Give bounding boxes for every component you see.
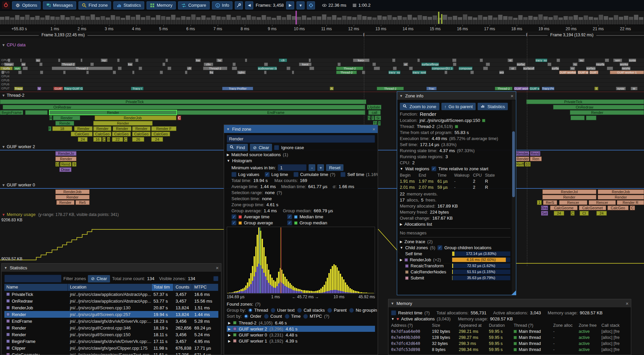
cpu-zone[interactable]: surfac (517, 62, 526, 66)
cpu-zone[interactable]: Thread-2 (336, 71, 357, 74)
collapse-icon[interactable]: ▼ (400, 246, 403, 250)
compare-button[interactable]: Compare (178, 1, 209, 9)
cpu-zone[interactable] (309, 66, 314, 70)
frame-bar[interactable]: Frame 3,193 (22.45 ms) Frame 3,194 (13.9… (0, 32, 644, 38)
cpu-zone[interactable]: Thread-2 (495, 87, 513, 90)
cpu-zone[interactable]: fnd (209, 71, 214, 74)
cpu-zone[interactable]: tracy_systrace (535, 58, 547, 62)
zone[interactable]: Render (542, 195, 596, 199)
cpu-zone[interactable] (556, 58, 560, 62)
radio-button[interactable] (244, 314, 249, 319)
zone[interactable]: 16 (93, 137, 102, 142)
cpu-zone[interactable] (453, 62, 457, 66)
allocation-row[interactable]: 0x7e049b3d00128 bytes298.27 ms59.95 sMai… (391, 335, 628, 341)
allocation-row[interactable]: 0x7dfc53d8988 bytes298.34 ms59.95 sMain … (391, 347, 628, 353)
zone[interactable]: RenderJob (55, 189, 90, 194)
zone[interactable]: Render (56, 200, 74, 205)
table-row[interactable]: RenderJobjni/../jni/src/guif/Screen.cpp:… (4, 304, 218, 311)
filter-zones-input[interactable] (4, 275, 61, 282)
column-header[interactable]: Zone free (579, 323, 601, 328)
option-cumulate-time[interactable]: Cumulate time(?) (293, 172, 335, 177)
cpu-zone[interactable]: GUIF w (529, 87, 540, 90)
column-header[interactable]: Appeared at (459, 323, 489, 328)
zone[interactable]: R (49, 116, 53, 120)
zone[interactable]: 26 (132, 137, 144, 142)
cpu-zone[interactable] (63, 71, 66, 74)
cpu-zone[interactable]: isp (101, 58, 108, 62)
legend-item[interactable]: ✓Average time (231, 214, 285, 219)
thread2-header[interactable]: ▼Thread-2 (2, 93, 24, 98)
radio-button[interactable] (327, 308, 332, 313)
radio-button[interactable] (349, 308, 354, 313)
cpu-zone[interactable] (39, 62, 43, 66)
group-children-checkbox[interactable]: ✓ (437, 245, 442, 250)
column-header[interactable]: Location (68, 284, 151, 291)
cpu-zone[interactable] (264, 62, 268, 66)
wait-region-row[interactable]: 2.01 ms2.07 ms59 µs-2R (400, 184, 511, 190)
active-allocations-section[interactable]: Active allocations (401, 316, 435, 321)
radio-option[interactable]: Time (285, 314, 301, 319)
zone[interactable]: Render (132, 126, 151, 131)
cpu-zone[interactable] (22, 66, 28, 70)
wait-regions-label[interactable]: Wait regions (405, 166, 429, 171)
cpu-zone[interactable]: tracy_systrace (388, 71, 400, 74)
close-icon[interactable]: × (216, 265, 219, 270)
radio-option[interactable]: Order (244, 314, 261, 319)
zone[interactable]: C (124, 137, 128, 142)
cpu-zone[interactable] (483, 66, 488, 70)
cpu-zone[interactable] (86, 71, 89, 74)
zone[interactable] (570, 110, 644, 115)
find-button[interactable]: Find (227, 144, 248, 151)
zone-group-item[interactable]: ▶GUIF worker 0(3,231)4.48 s (227, 332, 375, 338)
cpu-zone[interactable]: sen (613, 58, 622, 62)
child-zone-row[interactable]: CalcRenderNodes51.51 µs (1.15%) (400, 269, 511, 274)
zone[interactable]: Render (598, 195, 644, 199)
cpu-zone[interactable]: V (37, 87, 41, 90)
allocations-list-label[interactable]: Allocations list (405, 222, 432, 227)
cpu-zone[interactable] (245, 58, 248, 62)
zone[interactable]: Render (53, 116, 80, 120)
cpu-zone[interactable]: Tracy GUIF GUIF worl (64, 87, 83, 90)
cpu-zone[interactable]: et (403, 62, 408, 66)
radio-option[interactable]: Call stacks (297, 308, 325, 313)
table-row[interactable]: Clipperjni/../jni/src/claw/gfx/geo/Clipp… (4, 345, 218, 351)
expand-icon[interactable]: ▶ (228, 333, 231, 337)
cpu-zone[interactable] (286, 66, 290, 70)
zone[interactable]: 24 (78, 137, 88, 142)
zone[interactable]: C (102, 137, 106, 142)
cpu-zone[interactable]: kwoc (353, 58, 370, 62)
child-zone-row[interactable]: ▶RenderJob(×2)4.16 ms (92.60%) (400, 257, 511, 262)
messages-button[interactable]: Messages (43, 1, 76, 9)
zone[interactable] (25, 110, 48, 115)
zone[interactable] (586, 116, 596, 120)
column-header[interactable]: Duration (489, 323, 514, 328)
collapse-icon[interactable]: ▼ (391, 317, 394, 321)
cpu-zone[interactable]: system_s (629, 58, 636, 62)
cpu-zone[interactable]: au (578, 58, 585, 62)
zone-group-item[interactable]: ▶GUIF worker 2(3,296)4.61 s (227, 326, 375, 332)
legend-item[interactable]: ✓Group average (231, 220, 285, 225)
cpu-zone[interactable]: surfacefin (586, 66, 596, 70)
cpu-zone[interactable]: Tracy Profiler (542, 87, 554, 90)
cpu-zone[interactable]: A (330, 87, 334, 90)
zone[interactable]: call (368, 110, 380, 115)
zone[interactable]: Render (516, 157, 529, 161)
cpu-zone[interactable]: Tracy Profiler (222, 87, 253, 90)
thread-value[interactable]: Thread-2 (417, 124, 435, 129)
collapse-icon[interactable]: ▼ (400, 167, 403, 171)
cpu-zone[interactable] (444, 71, 448, 74)
wait-region-row[interactable]: 1.91 ms1.97 ms61 µs-2R (400, 178, 511, 184)
cpu-zone[interactable]: composer@ (459, 66, 473, 70)
zone[interactable]: Rencer (559, 200, 587, 205)
zone[interactable]: Render (55, 195, 90, 199)
goto-frame-button[interactable] (307, 1, 315, 9)
time-relative-checkbox[interactable]: ✓ (431, 166, 436, 171)
child-zone-row[interactable]: Submit35.63 µs (0.79%) (400, 275, 511, 280)
restrict-time-checkbox[interactable] (391, 310, 396, 315)
expand-icon[interactable]: ▶ (228, 321, 231, 325)
memory-button[interactable]: Memory (147, 1, 176, 9)
zone[interactable]: Render (74, 126, 93, 131)
cpu-zone[interactable]: Thread-2 (203, 66, 227, 70)
zone-info-titlebar[interactable]: ▼Zone info× (397, 92, 516, 100)
cpu-zone[interactable]: cfin (204, 62, 213, 66)
